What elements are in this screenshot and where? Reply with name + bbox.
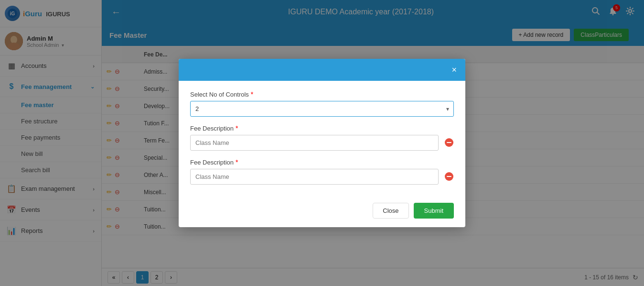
modal-overlay: × Select No of Controls * 1 2 3 4 5 bbox=[0, 0, 644, 286]
submit-button[interactable]: Submit bbox=[414, 203, 454, 219]
required-star-1: * bbox=[236, 124, 238, 132]
fee-input-wrapper-1: Fee Description * bbox=[190, 124, 439, 151]
modal-close-button[interactable]: × bbox=[451, 66, 457, 74]
fee-description-row-1: Fee Description * bbox=[190, 124, 454, 151]
fee-description-row-2: Fee Description * bbox=[190, 158, 454, 185]
remove-fee-1-button[interactable] bbox=[444, 138, 454, 149]
required-star: * bbox=[251, 90, 253, 98]
modal-footer: Close Submit bbox=[179, 197, 465, 227]
fee-desc-input-1[interactable] bbox=[190, 135, 439, 151]
select-controls-label: Select No of Controls * bbox=[190, 90, 454, 98]
fee-desc-label-1: Fee Description * bbox=[190, 124, 439, 132]
fee-desc-input-2[interactable] bbox=[190, 169, 439, 185]
modal-body: Select No of Controls * 1 2 3 4 5 ▾ bbox=[179, 81, 465, 197]
remove-fee-2-button[interactable] bbox=[444, 172, 454, 183]
select-controls-group: Select No of Controls * 1 2 3 4 5 ▾ bbox=[190, 90, 454, 117]
close-button[interactable]: Close bbox=[373, 203, 408, 219]
select-wrapper: 1 2 3 4 5 ▾ bbox=[190, 101, 454, 117]
modal-header: × bbox=[179, 59, 465, 81]
svg-rect-12 bbox=[447, 176, 451, 177]
modal: × Select No of Controls * 1 2 3 4 5 bbox=[179, 59, 465, 227]
svg-rect-10 bbox=[447, 142, 451, 143]
fee-desc-label-2: Fee Description * bbox=[190, 158, 439, 166]
controls-select[interactable]: 1 2 3 4 5 bbox=[190, 101, 454, 117]
fee-input-wrapper-2: Fee Description * bbox=[190, 158, 439, 185]
required-star-2: * bbox=[236, 158, 238, 166]
